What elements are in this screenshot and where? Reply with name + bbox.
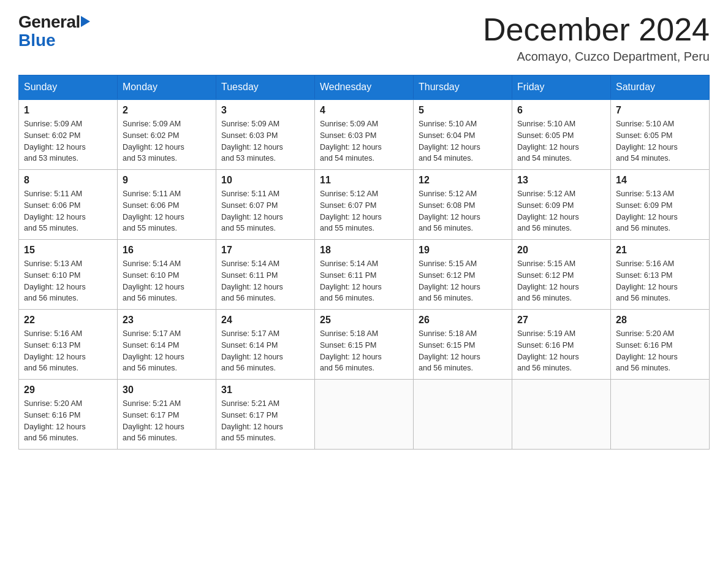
day-info: Sunrise: 5:17 AMSunset: 6:14 PMDaylight:… — [221, 328, 309, 374]
day-info: Sunrise: 5:12 AMSunset: 6:07 PMDaylight:… — [320, 188, 408, 234]
day-number: 19 — [419, 245, 507, 256]
day-info: Sunrise: 5:18 AMSunset: 6:15 PMDaylight:… — [419, 328, 507, 374]
col-header-thursday: Thursday — [414, 75, 512, 100]
calendar-cell: 1Sunrise: 5:09 AMSunset: 6:02 PMDaylight… — [19, 99, 118, 170]
calendar-cell: 11Sunrise: 5:12 AMSunset: 6:07 PMDayligh… — [315, 170, 414, 240]
calendar-table: SundayMondayTuesdayWednesdayThursdayFrid… — [18, 75, 710, 450]
calendar-cell: 29Sunrise: 5:20 AMSunset: 6:16 PMDayligh… — [19, 380, 118, 450]
day-number: 30 — [123, 385, 211, 396]
calendar-title: December 2024 — [483, 12, 710, 47]
day-number: 28 — [616, 315, 704, 326]
col-header-monday: Monday — [118, 75, 216, 100]
day-info: Sunrise: 5:15 AMSunset: 6:12 PMDaylight:… — [517, 258, 605, 304]
day-info: Sunrise: 5:13 AMSunset: 6:10 PMDaylight:… — [24, 258, 112, 304]
day-number: 10 — [221, 175, 309, 186]
day-number: 29 — [24, 385, 112, 396]
day-number: 3 — [221, 105, 309, 116]
day-info: Sunrise: 5:10 AMSunset: 6:04 PMDaylight:… — [419, 118, 507, 164]
calendar-cell — [611, 380, 710, 450]
day-number: 13 — [517, 175, 605, 186]
calendar-cell: 31Sunrise: 5:21 AMSunset: 6:17 PMDayligh… — [216, 380, 315, 450]
logo: General Blue — [18, 12, 90, 50]
day-number: 21 — [616, 245, 704, 256]
calendar-header-row: SundayMondayTuesdayWednesdayThursdayFrid… — [19, 75, 710, 100]
day-info: Sunrise: 5:12 AMSunset: 6:09 PMDaylight:… — [517, 188, 605, 234]
day-info: Sunrise: 5:13 AMSunset: 6:09 PMDaylight:… — [616, 188, 704, 234]
title-block: December 2024 Acomayo, Cuzco Department,… — [483, 12, 710, 64]
day-number: 23 — [123, 315, 211, 326]
day-info: Sunrise: 5:14 AMSunset: 6:11 PMDaylight:… — [221, 258, 309, 304]
calendar-cell: 16Sunrise: 5:14 AMSunset: 6:10 PMDayligh… — [118, 240, 216, 310]
day-number: 31 — [221, 385, 309, 396]
logo-blue-text: Blue — [18, 31, 56, 50]
day-number: 18 — [320, 245, 408, 256]
day-info: Sunrise: 5:09 AMSunset: 6:02 PMDaylight:… — [123, 118, 211, 164]
col-header-tuesday: Tuesday — [216, 75, 315, 100]
calendar-cell: 2Sunrise: 5:09 AMSunset: 6:02 PMDaylight… — [118, 99, 216, 170]
calendar-cell: 4Sunrise: 5:09 AMSunset: 6:03 PMDaylight… — [315, 99, 414, 170]
day-info: Sunrise: 5:16 AMSunset: 6:13 PMDaylight:… — [24, 328, 112, 374]
day-info: Sunrise: 5:14 AMSunset: 6:11 PMDaylight:… — [320, 258, 408, 304]
day-number: 4 — [320, 105, 408, 116]
calendar-week-row: 15Sunrise: 5:13 AMSunset: 6:10 PMDayligh… — [19, 240, 710, 310]
calendar-cell: 27Sunrise: 5:19 AMSunset: 6:16 PMDayligh… — [512, 310, 611, 380]
calendar-cell: 3Sunrise: 5:09 AMSunset: 6:03 PMDaylight… — [216, 99, 315, 170]
day-info: Sunrise: 5:09 AMSunset: 6:03 PMDaylight:… — [221, 118, 309, 164]
day-number: 7 — [616, 105, 704, 116]
page-header: General Blue December 2024 Acomayo, Cuzc… — [18, 12, 710, 64]
day-info: Sunrise: 5:15 AMSunset: 6:12 PMDaylight:… — [419, 258, 507, 304]
day-info: Sunrise: 5:09 AMSunset: 6:02 PMDaylight:… — [24, 118, 112, 164]
calendar-week-row: 8Sunrise: 5:11 AMSunset: 6:06 PMDaylight… — [19, 170, 710, 240]
calendar-week-row: 22Sunrise: 5:16 AMSunset: 6:13 PMDayligh… — [19, 310, 710, 380]
day-info: Sunrise: 5:17 AMSunset: 6:14 PMDaylight:… — [123, 328, 211, 374]
day-number: 14 — [616, 175, 704, 186]
day-number: 25 — [320, 315, 408, 326]
day-number: 27 — [517, 315, 605, 326]
day-number: 16 — [123, 245, 211, 256]
calendar-week-row: 1Sunrise: 5:09 AMSunset: 6:02 PMDaylight… — [19, 99, 710, 170]
logo-arrow-icon — [81, 16, 90, 27]
calendar-cell: 22Sunrise: 5:16 AMSunset: 6:13 PMDayligh… — [19, 310, 118, 380]
calendar-cell — [414, 380, 512, 450]
day-info: Sunrise: 5:18 AMSunset: 6:15 PMDaylight:… — [320, 328, 408, 374]
calendar-cell: 25Sunrise: 5:18 AMSunset: 6:15 PMDayligh… — [315, 310, 414, 380]
day-number: 5 — [419, 105, 507, 116]
calendar-cell: 26Sunrise: 5:18 AMSunset: 6:15 PMDayligh… — [414, 310, 512, 380]
calendar-cell: 7Sunrise: 5:10 AMSunset: 6:05 PMDaylight… — [611, 99, 710, 170]
calendar-cell: 13Sunrise: 5:12 AMSunset: 6:09 PMDayligh… — [512, 170, 611, 240]
day-info: Sunrise: 5:10 AMSunset: 6:05 PMDaylight:… — [616, 118, 704, 164]
col-header-wednesday: Wednesday — [315, 75, 414, 100]
day-number: 9 — [123, 175, 211, 186]
day-number: 26 — [419, 315, 507, 326]
day-info: Sunrise: 5:11 AMSunset: 6:07 PMDaylight:… — [221, 188, 309, 234]
calendar-cell: 17Sunrise: 5:14 AMSunset: 6:11 PMDayligh… — [216, 240, 315, 310]
day-number: 1 — [24, 105, 112, 116]
day-number: 8 — [24, 175, 112, 186]
day-info: Sunrise: 5:21 AMSunset: 6:17 PMDaylight:… — [221, 398, 309, 444]
day-number: 2 — [123, 105, 211, 116]
day-number: 22 — [24, 315, 112, 326]
calendar-location: Acomayo, Cuzco Department, Peru — [483, 50, 710, 64]
day-info: Sunrise: 5:16 AMSunset: 6:13 PMDaylight:… — [616, 258, 704, 304]
calendar-cell: 21Sunrise: 5:16 AMSunset: 6:13 PMDayligh… — [611, 240, 710, 310]
calendar-cell: 15Sunrise: 5:13 AMSunset: 6:10 PMDayligh… — [19, 240, 118, 310]
logo-general-text: General — [18, 12, 80, 32]
calendar-cell: 20Sunrise: 5:15 AMSunset: 6:12 PMDayligh… — [512, 240, 611, 310]
calendar-week-row: 29Sunrise: 5:20 AMSunset: 6:16 PMDayligh… — [19, 380, 710, 450]
calendar-cell — [315, 380, 414, 450]
day-info: Sunrise: 5:19 AMSunset: 6:16 PMDaylight:… — [517, 328, 605, 374]
calendar-cell — [512, 380, 611, 450]
day-number: 6 — [517, 105, 605, 116]
day-info: Sunrise: 5:14 AMSunset: 6:10 PMDaylight:… — [123, 258, 211, 304]
calendar-cell: 23Sunrise: 5:17 AMSunset: 6:14 PMDayligh… — [118, 310, 216, 380]
day-number: 17 — [221, 245, 309, 256]
calendar-cell: 24Sunrise: 5:17 AMSunset: 6:14 PMDayligh… — [216, 310, 315, 380]
day-info: Sunrise: 5:20 AMSunset: 6:16 PMDaylight:… — [24, 398, 112, 444]
col-header-sunday: Sunday — [19, 75, 118, 100]
day-number: 11 — [320, 175, 408, 186]
calendar-cell: 18Sunrise: 5:14 AMSunset: 6:11 PMDayligh… — [315, 240, 414, 310]
calendar-cell: 6Sunrise: 5:10 AMSunset: 6:05 PMDaylight… — [512, 99, 611, 170]
calendar-cell: 14Sunrise: 5:13 AMSunset: 6:09 PMDayligh… — [611, 170, 710, 240]
day-info: Sunrise: 5:11 AMSunset: 6:06 PMDaylight:… — [123, 188, 211, 234]
day-number: 12 — [419, 175, 507, 186]
